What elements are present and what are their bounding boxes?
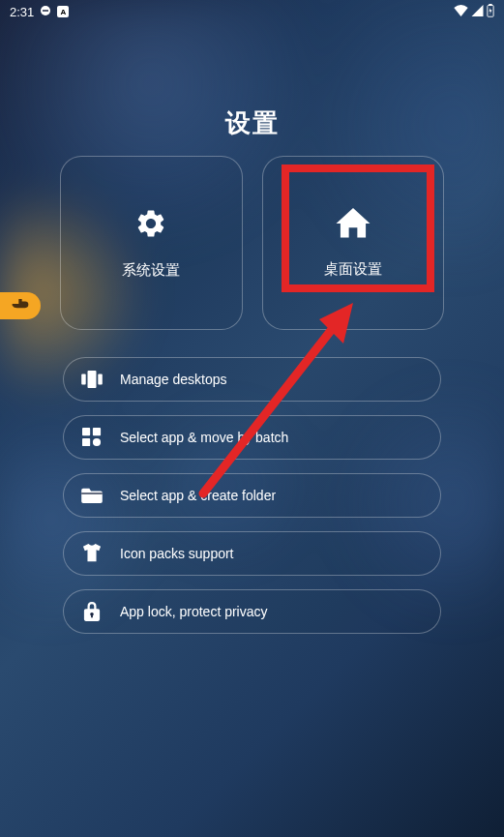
battery-icon — [487, 4, 494, 20]
wifi-icon — [454, 5, 468, 19]
svg-rect-12 — [93, 438, 101, 446]
svg-rect-10 — [93, 428, 101, 435]
cellular-signal-icon — [471, 5, 484, 19]
list-item-label: Select app & move by batch — [120, 430, 288, 445]
system-settings-label: 系统设置 — [122, 261, 180, 280]
settings-cards-row: 系统设置 桌面设置 — [0, 156, 504, 330]
desktop-settings-label: 桌面设置 — [324, 260, 382, 279]
lock-icon — [81, 601, 103, 622]
home-icon — [336, 208, 371, 243]
svg-rect-3 — [489, 4, 491, 6]
svg-rect-7 — [88, 371, 97, 388]
system-settings-card[interactable]: 系统设置 — [60, 156, 243, 330]
list-item-label: Icon packs support — [120, 546, 234, 561]
svg-rect-15 — [91, 614, 93, 618]
list-item-label: App lock, protect privacy — [120, 604, 268, 619]
list-item-label: Manage desktops — [120, 372, 227, 387]
desktop-settings-card[interactable]: 桌面设置 — [262, 156, 445, 330]
svg-rect-1 — [43, 10, 48, 12]
side-handle[interactable] — [0, 292, 41, 319]
svg-rect-13 — [81, 493, 103, 493]
status-left: 2:31 A — [10, 5, 69, 19]
page-title: 设置 — [0, 106, 504, 140]
status-bar: 2:31 A — [0, 0, 504, 23]
list-item-icon-packs[interactable]: Icon packs support — [63, 531, 441, 576]
folder-icon — [81, 485, 103, 506]
gear-icon — [134, 207, 167, 244]
list-item-label: Select app & create folder — [120, 488, 276, 503]
svg-rect-9 — [82, 428, 90, 435]
do-not-disturb-icon — [40, 5, 51, 19]
list-item-manage-desktops[interactable]: Manage desktops — [63, 357, 441, 402]
tshirt-icon — [81, 543, 103, 564]
list-item-select-move-batch[interactable]: Select app & move by batch — [63, 415, 441, 460]
svg-rect-8 — [98, 374, 103, 385]
settings-list: Manage desktops Select app & move by bat… — [0, 357, 504, 634]
keyboard-indicator-icon: A — [57, 6, 69, 17]
list-item-app-lock[interactable]: App lock, protect privacy — [63, 589, 441, 634]
grid-icon — [81, 427, 103, 448]
status-time: 2:31 — [10, 5, 34, 19]
list-item-select-create-folder[interactable]: Select app & create folder — [63, 473, 441, 518]
pointing-hand-icon — [11, 297, 30, 314]
svg-rect-11 — [82, 438, 90, 446]
status-right — [454, 4, 494, 20]
svg-rect-6 — [81, 374, 86, 385]
desktops-icon — [81, 369, 103, 390]
